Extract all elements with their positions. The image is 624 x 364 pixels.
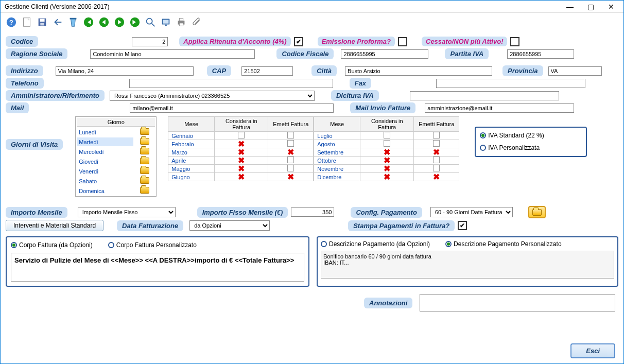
mail-field[interactable] [130,103,334,113]
day-row[interactable]: Venerdì [77,167,133,176]
last-icon[interactable] [128,15,142,29]
month-considera[interactable] [360,132,414,140]
provincia-field[interactable] [548,66,602,76]
importo-fisso-field[interactable] [291,207,334,217]
iva-personalizzata-radio[interactable]: IVA Personalizzata [480,144,540,151]
search-icon[interactable] [144,15,157,29]
month-emetti[interactable]: ✖ [414,148,459,157]
month-name[interactable]: Marzo [168,148,215,157]
month-considera[interactable]: ✖ [360,165,414,173]
corpo-opzioni-radio[interactable]: Corpo Fattura (da Opzioni) [11,241,93,249]
cessato-checkbox[interactable] [510,37,519,46]
month-name[interactable]: Gennaio [168,132,215,140]
amm-rif-select[interactable]: Rossi Francesco (Amministratore) 0233665… [110,91,315,101]
month-emetti[interactable]: ✖ [268,173,314,181]
day-folder-icon[interactable] [134,177,155,185]
month-name[interactable]: Febbraio [168,140,215,148]
day-row[interactable]: Lunedì [77,128,133,136]
cap-field[interactable] [241,66,293,76]
day-folder-icon[interactable] [134,147,155,156]
importo-mensile-select[interactable]: Importo Mensile Fisso [78,207,176,217]
day-row[interactable]: Mercoledì [77,147,133,156]
esci-button[interactable]: Esci [570,343,615,358]
preview-icon[interactable] [159,15,172,29]
new-icon[interactable] [20,15,33,29]
month-name[interactable]: Settembre [314,148,360,157]
month-name[interactable]: Ottobre [314,157,360,165]
print-icon[interactable] [175,15,188,29]
day-row[interactable]: Martedì [77,137,133,146]
codice-field[interactable] [132,37,168,46]
month-emetti[interactable] [414,132,459,140]
day-folder-icon[interactable] [134,167,155,176]
day-row[interactable]: Sabato [77,177,133,185]
month-considera[interactable]: ✖ [360,173,414,181]
month-considera[interactable]: ✖ [215,165,268,173]
annotazioni-field[interactable] [420,294,615,311]
iva-standard-radio[interactable]: IVA Standard (22 %) [480,132,544,139]
stampa-pagamenti-checkbox[interactable]: ✔ [458,221,467,230]
minimize-button[interactable]: — [560,1,580,12]
month-emetti[interactable] [268,132,314,140]
first-icon[interactable] [82,15,95,29]
day-row[interactable]: Domenica [77,186,133,195]
day-row[interactable]: Giovedì [77,157,133,166]
delete-icon[interactable] [66,15,80,29]
month-emetti[interactable]: ✖ [268,148,314,157]
next-icon[interactable] [113,15,126,29]
day-folder-icon[interactable] [134,186,155,195]
applica-ritenuta-checkbox[interactable]: ✔ [294,37,303,46]
close-button[interactable]: ✕ [601,1,621,12]
month-name[interactable]: Giugno [168,173,215,181]
month-considera[interactable] [215,132,268,140]
corpo-personalizzato-radio[interactable]: Corpo Fattura Personalizzato [108,241,197,249]
month-name[interactable]: Novembre [314,165,360,173]
config-pagamento-select[interactable]: 60 - 90 Giorni Data Fattura [430,207,513,217]
telefono-field[interactable] [129,79,333,88]
ragione-sociale-field[interactable] [90,49,255,59]
month-emetti[interactable] [268,140,314,148]
data-fatturazione-select[interactable]: da Opzioni [189,220,270,231]
month-emetti[interactable] [414,157,459,165]
month-considera[interactable] [360,140,414,148]
mail-fatture-field[interactable] [425,103,574,113]
month-name[interactable]: Aprile [168,157,215,165]
month-emetti[interactable]: ✖ [414,173,459,181]
month-considera[interactable]: ✖ [215,140,268,148]
interventi-button[interactable]: Interventi e Materiali Standard [6,220,103,231]
month-considera[interactable]: ✖ [215,148,268,157]
citta-field[interactable] [345,66,492,76]
maximize-button[interactable]: ▢ [580,1,601,12]
codice-fiscale-field[interactable] [341,49,428,59]
save-icon[interactable] [36,15,49,29]
descr-pagamento-text[interactable]: Bonifico bancario 60 / 90 giorni data fa… [321,251,614,279]
month-considera[interactable]: ✖ [360,148,414,157]
descr-pag-pers-radio[interactable]: Descrizione Pagamento Personalizzato [445,240,561,248]
month-emetti[interactable] [268,165,314,173]
month-considera[interactable]: ✖ [215,173,268,181]
prev-icon[interactable] [97,15,111,29]
day-folder-icon[interactable] [134,128,155,136]
emissione-proforma-checkbox[interactable] [398,37,407,46]
descr-pag-opzioni-radio[interactable]: Descrizione Pagamento (da Opzioni) [321,240,430,248]
month-name[interactable]: Maggio [168,165,215,173]
attach-icon[interactable] [190,15,203,29]
dicitura-iva-field[interactable] [410,91,559,100]
month-considera[interactable]: ✖ [360,157,414,165]
indirizzo-field[interactable] [56,66,194,76]
day-folder-icon[interactable] [134,157,155,166]
partita-iva-field[interactable] [507,49,574,59]
day-folder-icon[interactable] [134,137,155,146]
help-icon[interactable]: ? [5,15,18,29]
days-header: Giorno [77,118,155,127]
open-folder-button[interactable] [528,206,546,218]
month-emetti[interactable] [268,157,314,165]
month-name[interactable]: Luglio [314,132,360,140]
month-emetti[interactable] [414,165,459,173]
fax-field[interactable] [436,79,585,88]
month-name[interactable]: Dicembre [314,173,360,181]
month-name[interactable]: Agosto [314,140,360,148]
undo-icon[interactable] [51,15,64,29]
month-considera[interactable]: ✖ [215,157,268,165]
month-emetti[interactable] [414,140,459,148]
